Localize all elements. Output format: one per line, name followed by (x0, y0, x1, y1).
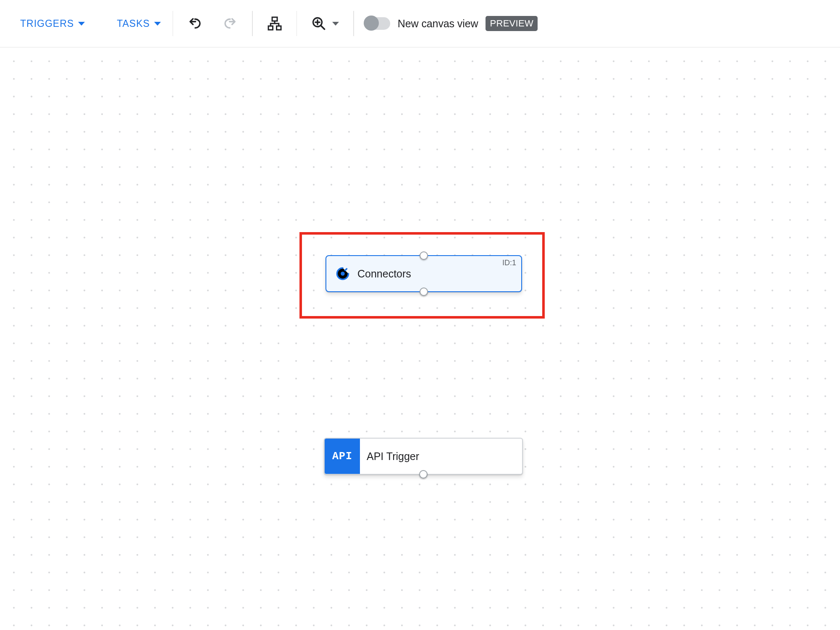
new-canvas-label: New canvas view (398, 18, 478, 30)
connector-icon (333, 264, 352, 283)
svg-point-4 (341, 272, 345, 276)
auto-layout-button[interactable] (257, 13, 292, 34)
connectors-task-node[interactable]: Connectors ID:1 (326, 255, 522, 292)
toolbar-divider (353, 11, 354, 36)
undo-button[interactable] (177, 13, 213, 34)
api-trigger-node[interactable]: API API Trigger (324, 438, 523, 475)
zoom-in-icon (311, 16, 326, 31)
svg-rect-2 (276, 26, 281, 30)
svg-rect-1 (268, 26, 273, 30)
tasks-dropdown[interactable]: TASKS (109, 13, 168, 34)
canvas-view-toggle-group: New canvas view PREVIEW (365, 16, 538, 31)
new-canvas-toggle[interactable] (365, 17, 390, 30)
node-output-port[interactable] (420, 288, 428, 296)
triggers-label: TRIGGERS (20, 18, 74, 29)
preview-badge: PREVIEW (486, 16, 538, 31)
toggle-knob (364, 16, 379, 31)
node-output-port[interactable] (419, 470, 428, 478)
api-badge: API (325, 439, 360, 474)
layout-tree-icon (267, 16, 282, 31)
toolbar: TRIGGERS TASKS New canvas view (0, 0, 840, 47)
chevron-down-icon (154, 22, 161, 26)
toolbar-divider (173, 11, 173, 36)
node-input-port[interactable] (420, 251, 428, 260)
node-label: Connectors (357, 268, 411, 280)
redo-button[interactable] (213, 13, 248, 34)
canvas[interactable]: Connectors ID:1 API API Trigger (0, 47, 840, 630)
chevron-down-icon (78, 22, 85, 26)
toolbar-divider (297, 11, 297, 36)
node-label: API Trigger (360, 439, 419, 474)
node-id: ID:1 (502, 259, 516, 267)
undo-icon (187, 16, 202, 31)
triggers-dropdown[interactable]: TRIGGERS (13, 13, 92, 34)
tasks-label: TASKS (117, 18, 150, 29)
svg-rect-0 (272, 17, 277, 21)
redo-icon (223, 16, 238, 31)
toolbar-divider (252, 11, 253, 36)
zoom-dropdown[interactable] (301, 13, 349, 34)
chevron-down-icon (332, 22, 339, 26)
